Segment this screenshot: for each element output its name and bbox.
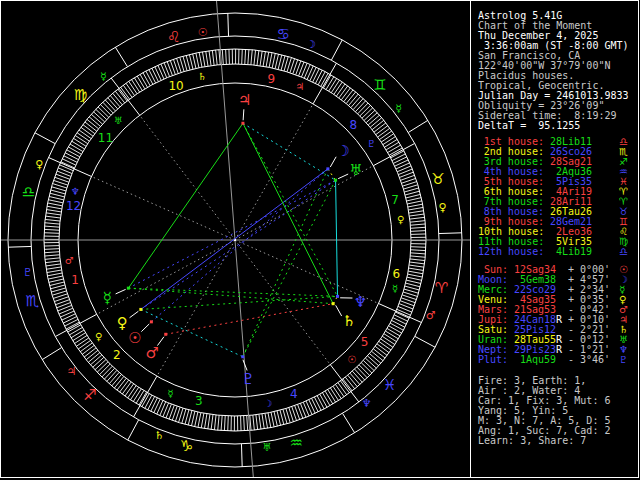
zodiac-sign-icon: ♎ (619, 247, 628, 257)
planet-label: Plut: (478, 355, 508, 365)
header-line: DeltaT = 95.1255 (478, 121, 580, 131)
stats-line: Learn: 3, Share: 7 (478, 436, 586, 446)
house-row: 12th house: 4Lib19♎ (478, 247, 592, 257)
house-label: 12th house: (478, 247, 544, 257)
astrolog-window: ♈♂♉♀♊☿♋☽♌☉♍☿♎♀♏♇♐♃♑♄♒♅♓♆1♂2♀3☿4☽5☉6☿7♀8♇… (0, 0, 640, 480)
house-cusp-value: 4Lib19 (550, 247, 592, 257)
planet-position-value: 1Aqu59 (514, 355, 556, 365)
planet-velocity: - 3°46' (568, 355, 610, 365)
planet-icon: ♇ (619, 355, 628, 365)
retrograde-flag: R (556, 315, 563, 325)
retrograde-flag: R (556, 345, 563, 355)
planet-row: Plut: 1Aqu59- 3°46'♇ (478, 355, 610, 365)
info-panel: Astrolog 5.41GChart of the MomentThu Dec… (0, 0, 640, 480)
